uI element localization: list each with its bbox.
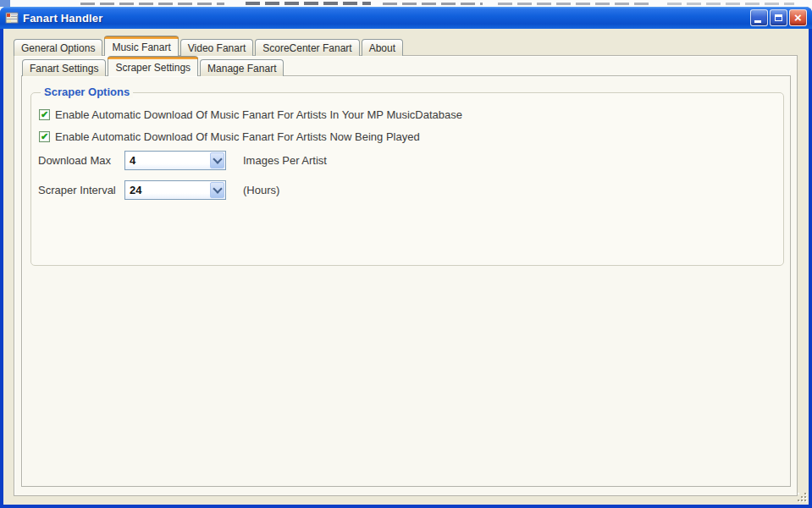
blurred-text-fragment [383, 3, 483, 5]
subtab-manage-fanart[interactable]: Manage Fanart [200, 59, 284, 76]
download-max-row: Download Max 4 Images Per Artist [38, 151, 776, 171]
tab-about[interactable]: About [362, 39, 403, 56]
minimize-icon [754, 20, 761, 23]
close-button[interactable]: × [789, 9, 807, 26]
main-tab-strip: General Options Music Fanart Video Fanar… [14, 36, 403, 56]
scraper-interval-row: Scraper Interval 24 (Hours) [38, 180, 776, 201]
checkmark-icon: ✔ [41, 132, 48, 141]
checkbox-download-musicdatabase[interactable]: ✔ [39, 109, 50, 120]
dropdown-button[interactable] [210, 182, 224, 198]
background-window-sliver [0, 0, 812, 7]
dropdown-button[interactable] [210, 152, 224, 168]
blurred-text-fragment [667, 3, 794, 5]
group-title: Scraper Options [41, 86, 133, 98]
tab-scorecenter-fanart[interactable]: ScoreCenter Fanart [255, 39, 359, 56]
checkbox-label: Enable Automatic Download Of Music Fanar… [55, 130, 420, 143]
resize-grip-icon[interactable] [797, 492, 807, 502]
download-max-select[interactable]: 4 [124, 151, 226, 170]
maximize-icon [775, 14, 782, 21]
checkbox-download-now-playing[interactable]: ✔ [39, 131, 50, 142]
client-area: General Options Music Fanart Video Fanar… [3, 29, 809, 505]
chevron-down-icon [213, 184, 222, 193]
background-window-fragment [0, 0, 10, 7]
blurred-text-fragment [498, 3, 649, 5]
fanart-handler-window: Fanart Handler × General Options [0, 7, 812, 508]
tab-label: Scraper Settings [115, 62, 191, 74]
minimize-button[interactable] [750, 9, 768, 26]
tab-general-options[interactable]: General Options [14, 39, 102, 56]
tab-label: Video Fanart [188, 42, 246, 54]
active-tab-stripe [104, 36, 178, 39]
field-label: Download Max [38, 151, 111, 171]
tab-video-fanart[interactable]: Video Fanart [180, 39, 254, 56]
checkbox-row-musicdatabase: ✔ Enable Automatic Download Of Music Fan… [39, 108, 462, 121]
tab-label: ScoreCenter Fanart [262, 42, 351, 54]
sub-tab-strip: Fanart Settings Scraper Settings Manage … [22, 56, 284, 76]
window-title: Fanart Handler [23, 12, 750, 25]
field-suffix: (Hours) [243, 180, 279, 201]
close-icon: × [794, 11, 802, 24]
blurred-text-fragment [80, 3, 224, 5]
field-suffix: Images Per Artist [243, 151, 327, 171]
tab-label: Fanart Settings [30, 63, 98, 75]
scraper-interval-select[interactable]: 24 [124, 180, 226, 200]
selected-value: 4 [125, 154, 209, 167]
selected-value: 24 [125, 184, 209, 196]
blurred-text-fragment [246, 2, 371, 5]
subtab-fanart-settings[interactable]: Fanart Settings [22, 59, 106, 76]
tab-label: Manage Fanart [207, 63, 276, 75]
checkmark-icon: ✔ [41, 110, 48, 119]
checkbox-row-now-playing: ✔ Enable Automatic Download Of Music Fan… [39, 130, 420, 143]
scraper-options-group: Scraper Options ✔ Enable Automatic Downl… [30, 92, 784, 266]
tab-label: General Options [21, 42, 95, 54]
maximize-button[interactable] [770, 9, 787, 26]
checkbox-label: Enable Automatic Download Of Music Fanar… [55, 108, 462, 121]
sub-tab-page: Scraper Options ✔ Enable Automatic Downl… [21, 75, 791, 487]
tab-label: Music Fanart [112, 41, 170, 53]
tab-music-fanart[interactable]: Music Fanart [104, 36, 178, 56]
screen: Fanart Handler × General Options [0, 0, 812, 508]
titlebar[interactable]: Fanart Handler × [0, 7, 812, 29]
app-icon [5, 11, 19, 25]
chevron-down-icon [213, 154, 222, 163]
active-tab-stripe [108, 57, 198, 59]
field-label: Scraper Interval [38, 180, 116, 201]
subtab-scraper-settings[interactable]: Scraper Settings [108, 56, 198, 76]
window-controls: × [750, 9, 807, 26]
tab-label: About [369, 42, 395, 54]
